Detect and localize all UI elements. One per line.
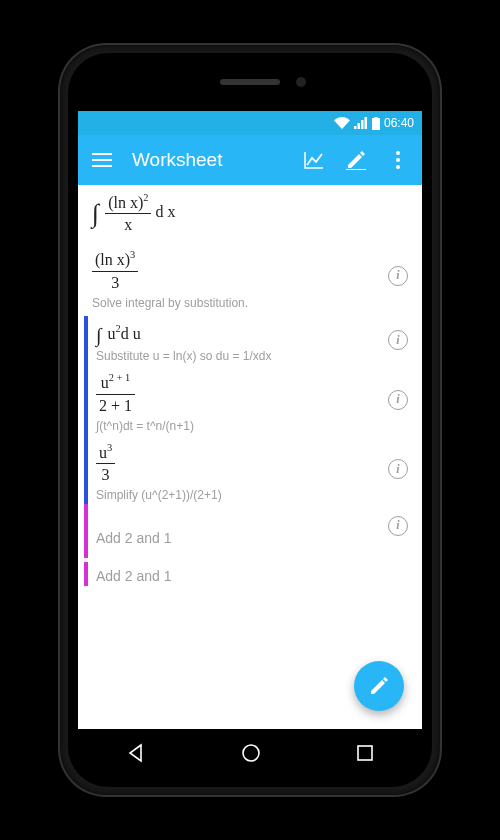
step-row[interactable]: u3 3 i Simplify (u^(2+1))/(2+1) bbox=[84, 435, 422, 504]
svg-point-12 bbox=[396, 158, 400, 162]
back-button[interactable] bbox=[125, 742, 147, 764]
info-icon[interactable]: i bbox=[388, 516, 408, 536]
svg-rect-9 bbox=[92, 165, 112, 167]
svg-point-13 bbox=[396, 165, 400, 169]
wifi-icon bbox=[334, 117, 350, 129]
phone-inner: 06:40 Worksheet ∫ bbox=[68, 53, 432, 787]
recents-button[interactable] bbox=[355, 743, 375, 763]
svg-rect-2 bbox=[361, 120, 364, 129]
step-hint: Substitute u = ln(x) so du = 1/xdx bbox=[96, 349, 410, 363]
svg-rect-7 bbox=[92, 153, 112, 155]
svg-rect-15 bbox=[358, 746, 372, 760]
step-hint: Simplify (u^(2+1))/(2+1) bbox=[96, 488, 410, 502]
svg-rect-10 bbox=[346, 169, 366, 170]
svg-point-14 bbox=[243, 745, 259, 761]
edit-fab[interactable] bbox=[354, 661, 404, 711]
pencil-icon bbox=[369, 676, 389, 696]
status-bar: 06:40 bbox=[78, 111, 422, 135]
result-row[interactable]: (ln x)3 3 i Solve integral by substituti… bbox=[78, 236, 422, 315]
integral-icon: ∫ bbox=[92, 201, 99, 227]
android-nav-bar bbox=[78, 731, 422, 775]
info-icon[interactable]: i bbox=[388, 330, 408, 350]
step-hint: Add 2 and 1 bbox=[96, 562, 410, 584]
step-hint: Solve integral by substitution. bbox=[92, 296, 410, 310]
graph-icon[interactable] bbox=[302, 148, 326, 172]
svg-point-11 bbox=[396, 151, 400, 155]
home-button[interactable] bbox=[240, 742, 262, 764]
phone-speaker bbox=[220, 79, 280, 85]
integral-icon: ∫ bbox=[96, 325, 101, 345]
expression-input[interactable]: ∫ (ln x)2 x d x bbox=[78, 185, 422, 236]
svg-rect-3 bbox=[364, 117, 367, 129]
info-icon[interactable]: i bbox=[388, 266, 408, 286]
battery-icon bbox=[372, 117, 380, 130]
step-hint: Add 2 and 1 bbox=[96, 516, 410, 556]
info-icon[interactable]: i bbox=[388, 459, 408, 479]
pencil-icon[interactable] bbox=[344, 148, 368, 172]
app-bar: Worksheet bbox=[78, 135, 422, 185]
menu-icon[interactable] bbox=[90, 148, 114, 172]
signal-icon bbox=[354, 117, 368, 129]
worksheet-content[interactable]: ∫ (ln x)2 x d x (ln x)3 3 i Solve integr… bbox=[78, 185, 422, 729]
overflow-icon[interactable] bbox=[386, 148, 410, 172]
screen: 06:40 Worksheet ∫ bbox=[78, 111, 422, 729]
svg-rect-1 bbox=[357, 123, 360, 129]
app-title: Worksheet bbox=[132, 149, 284, 171]
step-row[interactable]: u2 + 1 2 + 1 i ∫(t^n)dt = t^n/(n+1) bbox=[84, 365, 422, 434]
svg-rect-0 bbox=[354, 126, 357, 129]
info-icon[interactable]: i bbox=[388, 390, 408, 410]
step-hint: ∫(t^n)dt = t^n/(n+1) bbox=[96, 419, 410, 433]
step-row[interactable]: ∫ u2d u i Substitute u = ln(x) so du = 1… bbox=[84, 316, 422, 366]
phone-frame: 06:40 Worksheet ∫ bbox=[60, 45, 440, 795]
svg-rect-8 bbox=[92, 159, 112, 161]
phone-sensor bbox=[296, 77, 306, 87]
status-time: 06:40 bbox=[384, 116, 414, 130]
step-row[interactable]: Add 2 and 1 bbox=[84, 562, 422, 586]
step-row[interactable]: Add 2 and 1 i bbox=[84, 504, 422, 558]
svg-rect-6 bbox=[373, 119, 379, 129]
